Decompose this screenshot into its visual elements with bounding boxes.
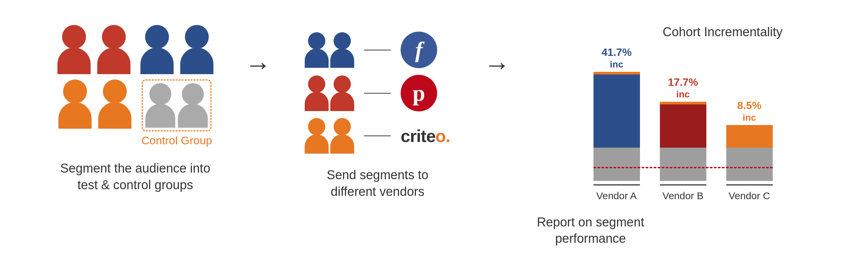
criteo-logo: criteo.	[401, 126, 451, 146]
vendor-c-pct: 8.5% inc	[737, 99, 762, 123]
segment-facebook: f	[305, 32, 451, 68]
section1-content: Control Group	[57, 25, 213, 147]
seg-people-red	[305, 76, 354, 111]
seg-person-blue-2	[330, 32, 354, 68]
bar-a-increment	[593, 75, 640, 147]
facebook-icon: f	[401, 32, 437, 68]
bar-a-stack	[593, 72, 640, 181]
bar-c-stack	[726, 125, 773, 181]
vendor-a-pct: 41.7% inc	[601, 46, 632, 70]
chart-title: Cohort Incrementality	[662, 25, 782, 39]
pinterest-icon: p	[401, 75, 437, 111]
connector-pinterest	[364, 93, 391, 94]
seg-person-red-1	[305, 76, 329, 111]
person-red-1	[57, 25, 91, 74]
connector-facebook	[364, 50, 391, 51]
person-orange-2	[98, 79, 131, 129]
section3-label: Report on segment performance	[537, 214, 644, 247]
control-group-box	[142, 79, 211, 131]
section-chart: Cohort Incrementality 41.7% inc	[524, 25, 829, 247]
seg-people-blue	[305, 32, 354, 68]
person-blue-1	[141, 25, 174, 74]
seg-person-orange-2	[330, 118, 354, 154]
bar-c-top	[726, 125, 773, 128]
person-red-2	[97, 25, 130, 74]
bar-b-increment	[660, 104, 706, 147]
segment-pinterest: p	[305, 75, 451, 111]
bar-b-base	[660, 147, 706, 181]
bar-c-base	[726, 147, 773, 181]
bar-b-top	[660, 102, 706, 104]
connector-criteo	[364, 135, 391, 136]
section2-label: Send segments to different vendors	[327, 167, 428, 200]
segment-criteo: criteo.	[305, 118, 451, 154]
segments-list: f p	[305, 32, 451, 154]
people-top-row	[57, 25, 213, 74]
bar-c-bottom	[726, 184, 773, 186]
vendor-c-label: Vendor C	[728, 190, 770, 201]
bar-vendor-c: 8.5% inc Vendor C	[726, 99, 773, 201]
control-group-label: Control Group	[142, 134, 212, 147]
person-gray-2	[178, 83, 208, 128]
seg-people-orange	[305, 118, 354, 154]
arrow1: →	[232, 52, 285, 78]
person-orange-1	[58, 79, 92, 129]
bar-a-base	[593, 147, 640, 181]
section1-label: Segment the audience into test & control…	[60, 160, 210, 193]
vendor-a-label: Vendor A	[596, 190, 637, 201]
arrow2: →	[471, 52, 524, 78]
bar-vendor-b: 17.7% inc Vendor B	[660, 76, 706, 201]
section-segment: Control Group Segment the audience into …	[39, 25, 232, 193]
bar-c-increment	[726, 128, 773, 147]
bar-b-stack	[660, 102, 706, 181]
dashed-reference-line	[593, 167, 773, 168]
section-vendors: f p	[285, 25, 471, 200]
people-bottom-row: Control Group	[58, 79, 212, 147]
bar-a-bottom	[593, 184, 640, 186]
person-gray-1	[145, 83, 175, 128]
vendor-b-pct: 17.7% inc	[668, 76, 698, 100]
bar-a-top	[593, 72, 640, 75]
main-container: Control Group Segment the audience into …	[19, 15, 849, 257]
seg-person-orange-1	[305, 118, 329, 154]
seg-person-red-2	[330, 76, 354, 111]
vendor-b-label: Vendor B	[662, 190, 703, 201]
bar-vendor-a: 41.7% inc Vendor A	[593, 46, 640, 201]
bar-b-bottom	[660, 184, 706, 186]
seg-person-blue-1	[305, 32, 329, 68]
person-blue-2	[180, 25, 213, 74]
